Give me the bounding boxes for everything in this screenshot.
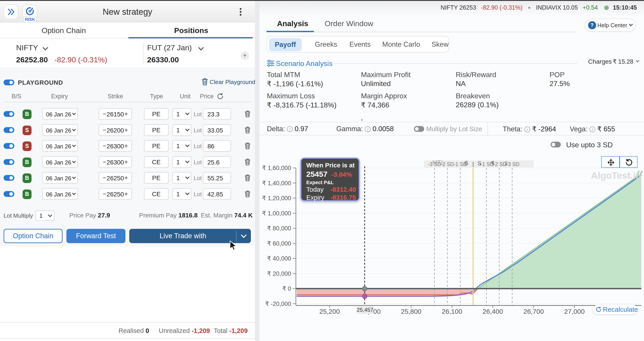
svg-text:26,700: 26,700	[524, 308, 544, 315]
svg-text:₹ 60,000: ₹ 60,000	[267, 240, 291, 247]
svg-text:₹ 20,000: ₹ 20,000	[267, 270, 291, 277]
svg-text:S: S	[478, 160, 481, 167]
svg-text:25,800: 25,800	[401, 308, 422, 315]
svg-text:6: 6	[464, 159, 468, 167]
svg-text:₹ 1,20,000: ₹ 1,20,000	[262, 195, 291, 202]
svg-text:26,100: 26,100	[442, 308, 462, 315]
svg-text:2: 2	[504, 160, 508, 167]
svg-text:25,200: 25,200	[319, 308, 340, 315]
svg-text:₹ 80,000: ₹ 80,000	[267, 225, 291, 232]
svg-text:26,400: 26,400	[482, 308, 503, 315]
svg-text:₹ -20,000: ₹ -20,000	[265, 301, 291, 307]
svg-text:₹: ₹	[491, 160, 495, 167]
svg-text:25,457: 25,457	[357, 307, 374, 313]
svg-text:₹ 1,60,000: ₹ 1,60,000	[262, 165, 291, 171]
svg-text:|: |	[472, 161, 474, 167]
svg-text:27,000: 27,000	[564, 308, 585, 315]
svg-text:AlgoTest.in: AlgoTest.in	[591, 170, 641, 181]
svg-text:₹ 0: ₹ 0	[282, 285, 291, 292]
svg-text:MT/.: MT/.	[432, 159, 444, 166]
svg-text:₹ 1,00,000: ₹ 1,00,000	[262, 210, 291, 217]
svg-text:₹ 40,000: ₹ 40,000	[267, 255, 291, 262]
svg-text:₹ 1,40,000: ₹ 1,40,000	[262, 180, 291, 187]
